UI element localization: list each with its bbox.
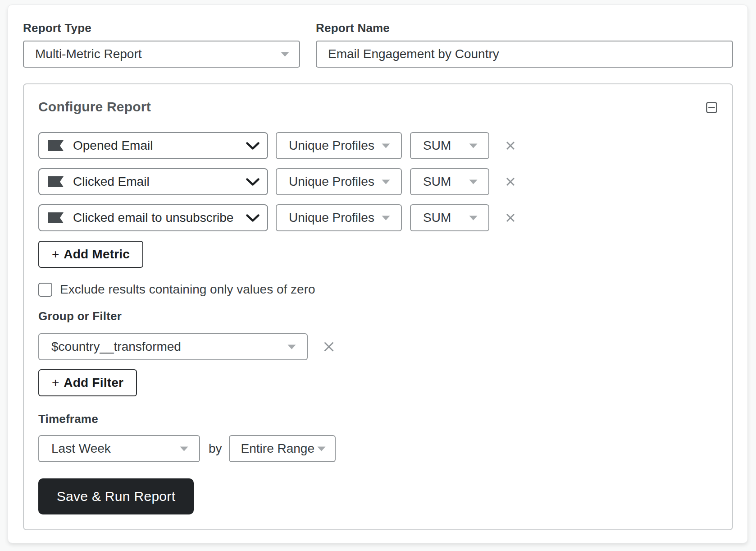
measurement-select[interactable]: Unique Profiles (276, 168, 402, 195)
configure-report-panel: Configure Report Opened Email Uniqu (23, 83, 733, 530)
report-name-input[interactable]: Email Engagement by Country (316, 41, 733, 68)
caret-down-icon (469, 179, 478, 184)
caret-down-icon (317, 446, 326, 451)
remove-metric-icon[interactable] (506, 213, 515, 222)
timeframe-value: Last Week (51, 441, 180, 456)
report-type-label: Report Type (23, 21, 300, 35)
metric-name: Clicked Email (73, 174, 242, 189)
chevron-down-icon (246, 178, 260, 186)
caret-down-icon (382, 179, 390, 184)
chevron-down-icon (281, 52, 289, 57)
timeframe-breakdown-value: Entire Range (241, 441, 317, 456)
caret-down-icon (180, 446, 188, 451)
exclude-zero-label: Exclude results containing only values o… (60, 282, 315, 297)
collapse-panel-icon[interactable] (706, 102, 717, 113)
report-name-value: Email Engagement by Country (328, 47, 499, 61)
measurement-value: Unique Profiles (289, 211, 382, 225)
klaviyo-flag-icon (48, 140, 64, 151)
add-metric-label: Add Metric (64, 247, 130, 262)
group-or-filter-label: Group or Filter (38, 309, 717, 323)
group-filter-select[interactable]: $country__transformed (38, 333, 308, 360)
aggregation-select[interactable]: SUM (410, 168, 489, 195)
timeframe-select[interactable]: Last Week (38, 435, 200, 462)
report-name-field: Report Name Email Engagement by Country (316, 21, 733, 68)
remove-filter-icon[interactable] (323, 341, 334, 352)
top-fields-row: Report Type Multi-Metric Report Report N… (23, 21, 733, 68)
caret-down-icon (382, 216, 390, 220)
metric-name: Opened Email (73, 138, 242, 153)
remove-metric-icon[interactable] (506, 177, 515, 186)
metric-select[interactable]: Clicked email to unsubscribe (38, 204, 268, 231)
chevron-down-icon (246, 142, 260, 150)
aggregation-value: SUM (423, 138, 469, 153)
metric-row: Clicked Email Unique Profiles SUM (38, 168, 717, 195)
chevron-down-icon (246, 214, 260, 222)
metric-row: Opened Email Unique Profiles SUM (38, 132, 717, 159)
aggregation-select[interactable]: SUM (410, 132, 489, 159)
plus-sign: + (52, 376, 59, 390)
timeframe-row: Last Week by Entire Range (38, 435, 717, 462)
add-filter-button[interactable]: + Add Filter (38, 369, 137, 396)
metric-row: Clicked email to unsubscribe Unique Prof… (38, 204, 717, 231)
exclude-zero-row: Exclude results containing only values o… (38, 282, 717, 297)
save-and-run-button[interactable]: Save & Run Report (38, 478, 194, 514)
configure-report-title: Configure Report (38, 99, 151, 115)
plus-sign: + (52, 247, 59, 262)
metric-select[interactable]: Clicked Email (38, 168, 268, 195)
caret-down-icon (469, 143, 478, 148)
caret-down-icon (287, 344, 296, 349)
measurement-value: Unique Profiles (289, 174, 382, 189)
timeframe-by-text: by (209, 441, 222, 456)
klaviyo-flag-icon (48, 212, 64, 223)
add-metric-button[interactable]: + Add Metric (38, 241, 143, 268)
report-name-label: Report Name (316, 21, 733, 35)
exclude-zero-checkbox[interactable] (38, 283, 52, 297)
report-type-value: Multi-Metric Report (35, 47, 281, 61)
klaviyo-flag-icon (48, 176, 64, 187)
aggregation-value: SUM (423, 174, 469, 189)
caret-down-icon (469, 216, 478, 220)
measurement-select[interactable]: Unique Profiles (276, 204, 402, 231)
measurement-select[interactable]: Unique Profiles (276, 132, 402, 159)
aggregation-value: SUM (423, 211, 469, 225)
timeframe-label: Timeframe (38, 412, 717, 426)
measurement-value: Unique Profiles (289, 138, 382, 153)
timeframe-breakdown-select[interactable]: Entire Range (229, 435, 336, 462)
configure-report-header: Configure Report (38, 99, 717, 115)
metric-select[interactable]: Opened Email (38, 132, 268, 159)
caret-down-icon (382, 143, 390, 148)
remove-metric-icon[interactable] (506, 141, 515, 150)
group-filter-row: $country__transformed (38, 333, 717, 360)
report-type-field: Report Type Multi-Metric Report (23, 21, 300, 68)
add-filter-label: Add Filter (64, 376, 123, 390)
aggregation-select[interactable]: SUM (410, 204, 489, 231)
report-type-select[interactable]: Multi-Metric Report (23, 41, 300, 68)
metric-name: Clicked email to unsubscribe (73, 211, 242, 225)
group-filter-value: $country__transformed (51, 340, 287, 354)
report-builder-card: Report Type Multi-Metric Report Report N… (8, 5, 748, 543)
